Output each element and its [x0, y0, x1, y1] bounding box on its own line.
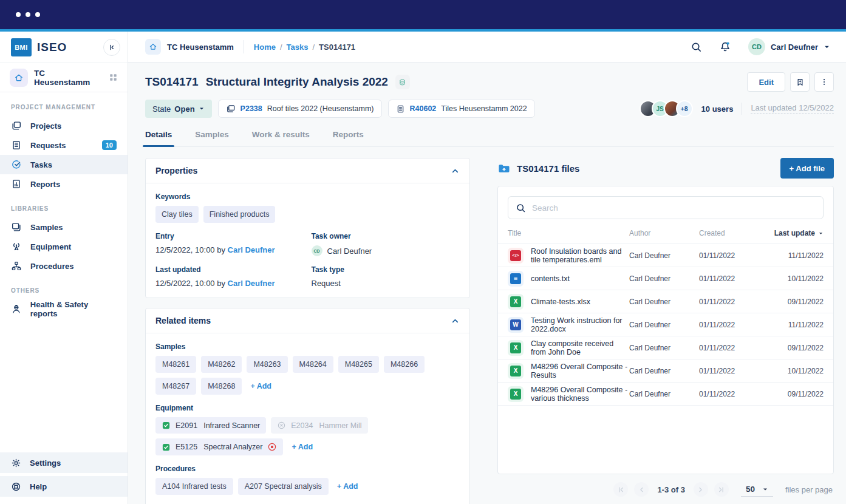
file-row[interactable]: ≡contents.txt Carl Deufner 01/11/2022 10… — [498, 267, 833, 290]
sidebar-item-label: Help — [30, 482, 47, 491]
global-search-icon[interactable] — [691, 41, 702, 53]
equipment-name: Spectral Analyzer — [203, 443, 262, 451]
task-type-value: Request — [312, 279, 460, 288]
file-row[interactable]: XM48296 Overall Composite - various thic… — [498, 382, 833, 405]
window-dot-icon[interactable] — [16, 12, 21, 17]
window-dot-icon[interactable] — [35, 12, 40, 17]
sidebar-item-requests[interactable]: Requests 10 — [0, 135, 128, 155]
state-label: State — [152, 104, 171, 114]
sidebar-item-tasks[interactable]: Tasks — [0, 155, 128, 174]
entry-datetime: 12/5/2022, 10:00 by — [155, 245, 225, 254]
add-sample-link[interactable]: + Add — [250, 382, 271, 390]
file-created: 01/11/2022 — [699, 274, 763, 283]
last-page-button[interactable] — [714, 482, 729, 497]
collapse-chevron-up-icon[interactable] — [451, 166, 460, 175]
task-type-label: Task type — [312, 265, 460, 274]
file-name: M48296 Overall Composite - Results — [531, 363, 629, 380]
home-icon[interactable] — [145, 39, 161, 55]
last-updated-text: Last updated 12/5/2022 — [751, 103, 834, 114]
file-row[interactable]: </>Roof Insulation boards and tile tempe… — [498, 243, 833, 267]
files-search[interactable] — [508, 196, 824, 219]
search-icon — [516, 203, 526, 213]
sidebar-item-procedures[interactable]: Procedures — [0, 256, 128, 276]
sidebar-item-label: Projects — [30, 121, 61, 131]
sidebar-item-samples[interactable]: Samples — [0, 217, 128, 237]
procedure-code: A207 — [245, 482, 262, 491]
task-users-avatars[interactable]: JS +8 — [640, 100, 693, 117]
check-square-icon — [162, 443, 171, 452]
sidebar-item-equipment[interactable]: Equipment — [0, 237, 128, 256]
sidebar-item-label: Requests — [30, 141, 66, 150]
more-actions-button[interactable] — [814, 72, 834, 92]
keywords-label: Keywords — [155, 192, 460, 201]
next-page-button[interactable] — [694, 482, 708, 497]
file-updated: 11/11/2022 — [763, 251, 824, 260]
edit-button[interactable]: Edit — [747, 72, 785, 92]
column-last-update-sort[interactable]: Last update — [763, 229, 824, 237]
equipment-name: Hammer Mill — [319, 421, 361, 430]
files-search-input[interactable] — [532, 203, 816, 213]
file-row[interactable]: XM48296 Overall Composite - Results Carl… — [498, 359, 833, 382]
sidebar-item-health-safety[interactable]: Health & Safety reports — [0, 299, 128, 319]
add-procedure-link[interactable]: + Add — [337, 482, 358, 491]
add-file-button[interactable]: + Add file — [780, 158, 834, 179]
files-pagination: 1-3 of 3 50 — [497, 474, 834, 504]
tab-details[interactable]: Details — [145, 130, 172, 146]
window-dot-icon[interactable] — [26, 12, 30, 17]
sidebar-item-projects[interactable]: Projects — [0, 116, 128, 135]
breadcrumb-home-link[interactable]: Home — [254, 43, 276, 52]
owner-name: Carl Deufner — [327, 247, 372, 256]
file-name: contents.txt — [531, 274, 570, 283]
brand-name: ISEO — [37, 41, 98, 54]
apps-grid-icon[interactable] — [109, 73, 118, 82]
sidebar-item-label: Procedures — [30, 262, 74, 271]
detail-tabs: Details Samples Work & results Reports — [145, 130, 834, 147]
home-icon — [10, 69, 28, 87]
file-row[interactable]: WTesting Work instruction for 2022.docx … — [498, 313, 833, 336]
state-dropdown[interactable]: State Open — [145, 100, 212, 118]
page-title: TS014171Structural Integrity Analysis 20… — [145, 75, 388, 89]
sample-chip: M48268 — [201, 378, 242, 395]
entry-user-link[interactable]: Carl Deufner — [228, 245, 275, 254]
tab-samples[interactable]: Samples — [195, 130, 229, 146]
safety-worker-icon — [11, 304, 22, 315]
user-menu[interactable]: CD Carl Deufner — [748, 38, 830, 55]
tab-work-results[interactable]: Work & results — [252, 130, 310, 146]
add-equipment-link[interactable]: + Add — [292, 443, 313, 451]
workspace-row[interactable]: TC Heusenstamm — [0, 63, 128, 92]
task-title: Structural Integrity Analysis 2022 — [206, 75, 388, 88]
bookmark-button[interactable] — [790, 72, 810, 92]
procedure-name: Infrared tests — [182, 482, 227, 491]
procedures-icon — [11, 261, 22, 271]
entry-value: 12/5/2022, 10:00 by Carl Deufner — [155, 245, 304, 254]
per-page-select[interactable]: 50 — [741, 482, 773, 497]
excel-file-icon: X — [508, 340, 524, 356]
equipment-chip: E2091 Infrared Scanner — [155, 417, 266, 434]
chevron-left-icon — [638, 486, 646, 494]
file-created: 01/11/2022 — [699, 251, 763, 260]
notifications-bell-icon[interactable] — [719, 41, 731, 53]
prev-page-button[interactable] — [634, 482, 649, 497]
breadcrumb-separator: / — [280, 43, 282, 52]
project-code: P2338 — [240, 104, 262, 113]
request-chip[interactable]: R40602 Tiles Heusenstamm 2022 — [388, 100, 535, 118]
file-row[interactable]: XClimate-tests.xlsx Carl Deufner 01/11/2… — [498, 290, 833, 313]
pagination-range: 1-3 of 3 — [657, 485, 685, 494]
files-table-header: Title Author Created Last update — [498, 223, 833, 243]
first-page-button[interactable] — [613, 482, 628, 497]
breadcrumb-tasks-link[interactable]: Tasks — [287, 43, 309, 52]
sidebar-item-reports[interactable]: Reports — [0, 174, 128, 194]
tab-reports[interactable]: Reports — [333, 130, 364, 146]
sidebar-item-settings[interactable]: Settings — [0, 452, 128, 473]
breadcrumb-current: TS014171 — [319, 43, 355, 52]
card-title: Related items — [155, 316, 211, 325]
file-row[interactable]: XClay composite received from John Doe C… — [498, 336, 833, 359]
project-chip[interactable]: P2338 Roof tiles 2022 (Heusenstamm) — [218, 100, 382, 118]
collapse-chevron-up-icon[interactable] — [451, 316, 460, 325]
sidebar-item-help[interactable]: Help — [0, 476, 128, 497]
file-author: Carl Deufner — [629, 251, 699, 260]
last-updated-user-link[interactable]: Carl Deufner — [228, 279, 275, 288]
chevron-down-icon — [824, 44, 830, 50]
sidebar-collapse-button[interactable] — [103, 39, 120, 56]
gear-icon — [11, 458, 21, 468]
